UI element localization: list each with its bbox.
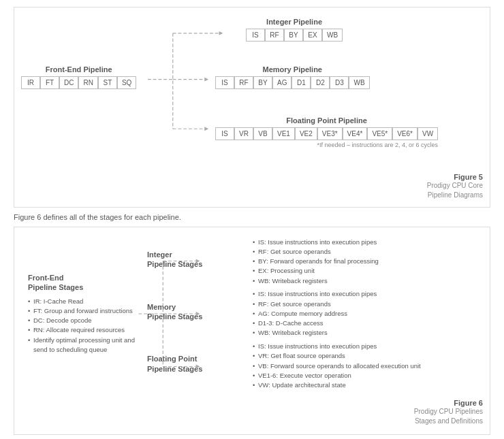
int-desc-5: WB: Writeback registers bbox=[253, 276, 479, 286]
mem-desc-5: WB: Writeback registers bbox=[253, 328, 479, 338]
frontend-stages-list: IR: I-Cache Read FT: Group and forward i… bbox=[28, 297, 137, 355]
stage-RF-int: RF bbox=[265, 29, 284, 42]
stage-D3-mem: D3 bbox=[330, 76, 349, 89]
figure5-caption-line2: Pipeline Diagrams bbox=[427, 191, 483, 200]
frontend-stage-item-3: DC: Decode opcode bbox=[28, 316, 137, 325]
memory-pipeline-label: Memory Pipeline bbox=[215, 65, 370, 74]
figure6-caption-row: Figure 6 Prodigy CPU Pipelines Stages an… bbox=[21, 396, 483, 426]
frontend-stages-label: Front-EndPipeline Stages bbox=[28, 273, 137, 293]
figure5-number: Figure 5 bbox=[427, 173, 483, 181]
mem-desc-1: IS: Issue instructions into execution pi… bbox=[253, 289, 479, 299]
fp-desc-2: VR: Get float source operands bbox=[253, 351, 479, 361]
fp-desc-3: VB: Forward source operands to allocated… bbox=[253, 361, 479, 371]
stage-VE4-fp: VE4* bbox=[343, 127, 368, 140]
stage-BY-int: BY bbox=[284, 29, 303, 42]
stage-VE5-fp: VE5* bbox=[367, 127, 392, 140]
mem-desc-2: RF: Get source operands bbox=[253, 299, 479, 309]
stage-DC: DC bbox=[59, 76, 78, 89]
frontend-pipeline: Front-End Pipeline IR FT DC RN ST SQ bbox=[21, 65, 136, 89]
frontend-stage-item-1: IR: I-Cache Read bbox=[28, 297, 137, 306]
stage-VE6-fp: VE6* bbox=[392, 127, 418, 140]
floating-stage-descriptions: IS: Issue instructions into execution pi… bbox=[253, 342, 479, 390]
int-desc-4: EX: Processing unit bbox=[253, 266, 479, 276]
floating-footnote: *If needed – instructions are 2, 4, or 6… bbox=[215, 142, 438, 148]
memory-stage-boxes: IS RF BY AG D1 D2 D3 WB bbox=[215, 76, 370, 89]
stage-EX-int: EX bbox=[303, 29, 322, 42]
stage-VE1-fp: VE1 bbox=[272, 127, 295, 140]
figure6-caption: Figure 6 Prodigy CPU Pipelines Stages an… bbox=[414, 399, 483, 426]
floating-stages-label: Floating PointPipeline Stages bbox=[147, 354, 202, 374]
stage-D2-mem: D2 bbox=[311, 76, 330, 89]
stage-D1-mem: D1 bbox=[292, 76, 311, 89]
memory-stages-label: MemoryPipeline Stages bbox=[147, 302, 202, 322]
int-desc-1: IS: Issue instructions into execution pi… bbox=[253, 238, 479, 247]
frontend-pipeline-label: Front-End Pipeline bbox=[21, 65, 136, 74]
stage-FT: FT bbox=[40, 76, 59, 89]
stage-VW-fp: VW bbox=[418, 127, 438, 140]
stage-VE2-fp: VE2 bbox=[295, 127, 317, 140]
intro-text: Figure 6 defines all of the stages for e… bbox=[14, 213, 490, 221]
int-desc-2: RF: Get source operands bbox=[253, 247, 479, 257]
memory-pipeline: Memory Pipeline IS RF BY AG D1 D2 D3 WB bbox=[215, 65, 370, 89]
page: Integer Pipeline IS RF BY EX WB Front-En… bbox=[0, 0, 504, 439]
stage-IS-int: IS bbox=[246, 29, 265, 42]
frontend-stages-col: Front-EndPipeline Stages IR: I-Cache Rea… bbox=[21, 235, 144, 392]
svg-marker-5 bbox=[204, 78, 208, 82]
fp-desc-4: VE1-6: Execute vector operation bbox=[253, 371, 479, 380]
floating-mid-block: Floating PointPipeline Stages bbox=[147, 354, 246, 378]
frontend-stage-item-4: RN: Allocate required resources bbox=[28, 325, 137, 335]
stage-VR-fp: VR bbox=[234, 127, 253, 140]
svg-marker-3 bbox=[219, 31, 223, 35]
floating-pipeline: Floating Point Pipeline IS VR VB VE1 VE2… bbox=[215, 116, 438, 148]
stage-SQ: SQ bbox=[117, 76, 136, 89]
frontend-stage-boxes: IR FT DC RN ST SQ bbox=[21, 76, 136, 89]
memory-mid-block: MemoryPipeline Stages bbox=[147, 302, 246, 326]
figure6-number: Figure 6 bbox=[414, 399, 483, 407]
stage-IS-fp: IS bbox=[215, 127, 234, 140]
floating-pipeline-label: Floating Point Pipeline bbox=[215, 116, 438, 125]
stage-ST: ST bbox=[98, 76, 117, 89]
stage-RF-mem: RF bbox=[234, 76, 253, 89]
right-col: IS: Issue instructions into execution pi… bbox=[249, 235, 483, 392]
fp-desc-5: VW: Update architectural state bbox=[253, 380, 479, 390]
memory-stage-descriptions: IS: Issue instructions into execution pi… bbox=[253, 289, 479, 338]
figure6-caption-line2: Stages and Definitions bbox=[414, 417, 483, 426]
integer-stage-boxes: IS RF BY EX WB bbox=[246, 29, 343, 42]
integer-pipeline: Integer Pipeline IS RF BY EX WB bbox=[246, 18, 343, 42]
floating-stage-boxes: IS VR VB VE1 VE2 VE3* VE4* VE5* VE6* VW bbox=[215, 127, 438, 140]
figure5-section: Integer Pipeline IS RF BY EX WB Front-En… bbox=[14, 7, 490, 208]
integer-mid-block: IntegerPipeline Stages bbox=[147, 250, 246, 274]
integer-stage-descriptions: IS: Issue instructions into execution pi… bbox=[253, 238, 479, 286]
stage-RN: RN bbox=[78, 76, 97, 89]
figure6-section: Front-EndPipeline Stages IR: I-Cache Rea… bbox=[14, 227, 490, 435]
figure5-caption: Figure 5 Prodigy CPU Core Pipeline Diagr… bbox=[427, 173, 483, 200]
mem-desc-3: AG: Compute memory address bbox=[253, 309, 479, 319]
stage-VE3-fp: VE3* bbox=[317, 127, 343, 140]
stage-VB-fp: VB bbox=[253, 127, 272, 140]
stage-IR: IR bbox=[21, 76, 40, 89]
frontend-stage-item-2: FT: Group and forward instructions bbox=[28, 306, 137, 316]
figure5-caption-line1: Prodigy CPU Core bbox=[427, 181, 483, 191]
stage-WB-mem: WB bbox=[349, 76, 369, 89]
svg-marker-7 bbox=[204, 127, 208, 131]
stage-AG-mem: AG bbox=[272, 76, 292, 89]
middle-col: IntegerPipeline Stages MemoryPipeline St… bbox=[144, 235, 249, 392]
frontend-stage-item-5: Identify optimal processing unit and sen… bbox=[28, 336, 137, 355]
fp-desc-1: IS: Issue instructions into execution pi… bbox=[253, 342, 479, 351]
stage-IS-mem: IS bbox=[215, 76, 234, 89]
stage-BY-mem: BY bbox=[253, 76, 272, 89]
stages-diagram: Front-EndPipeline Stages IR: I-Cache Rea… bbox=[21, 235, 483, 392]
pipeline-diagram: Integer Pipeline IS RF BY EX WB Front-En… bbox=[21, 18, 483, 167]
integer-pipeline-label: Integer Pipeline bbox=[246, 18, 343, 26]
mem-desc-4: D1-3: D-Cache access bbox=[253, 319, 479, 328]
integer-stages-label: IntegerPipeline Stages bbox=[147, 250, 202, 270]
stage-WB-int: WB bbox=[322, 29, 343, 42]
int-desc-3: BY: Forward operands for final processin… bbox=[253, 257, 479, 266]
figure6-caption-line1: Prodigy CPU Pipelines bbox=[414, 407, 483, 417]
